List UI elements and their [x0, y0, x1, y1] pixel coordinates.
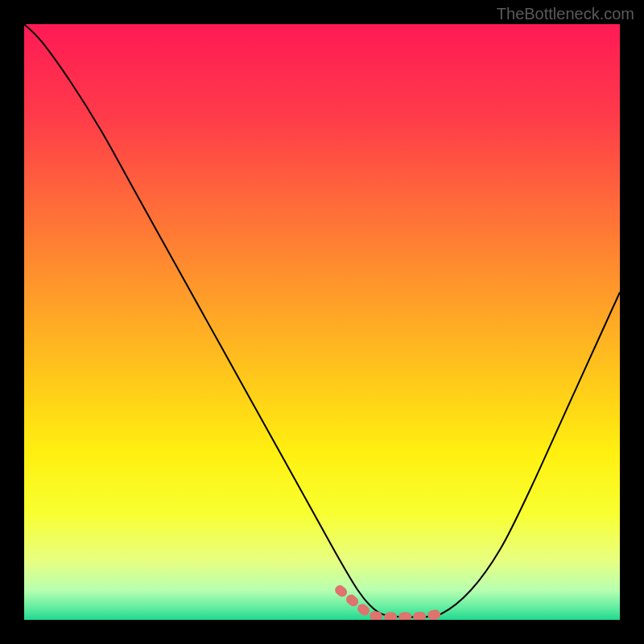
chart-container: TheBottleneck.com	[0, 0, 644, 644]
watermark-text: TheBottleneck.com	[497, 5, 634, 23]
gradient-background	[24, 24, 620, 620]
bottleneck-chart	[24, 24, 620, 620]
